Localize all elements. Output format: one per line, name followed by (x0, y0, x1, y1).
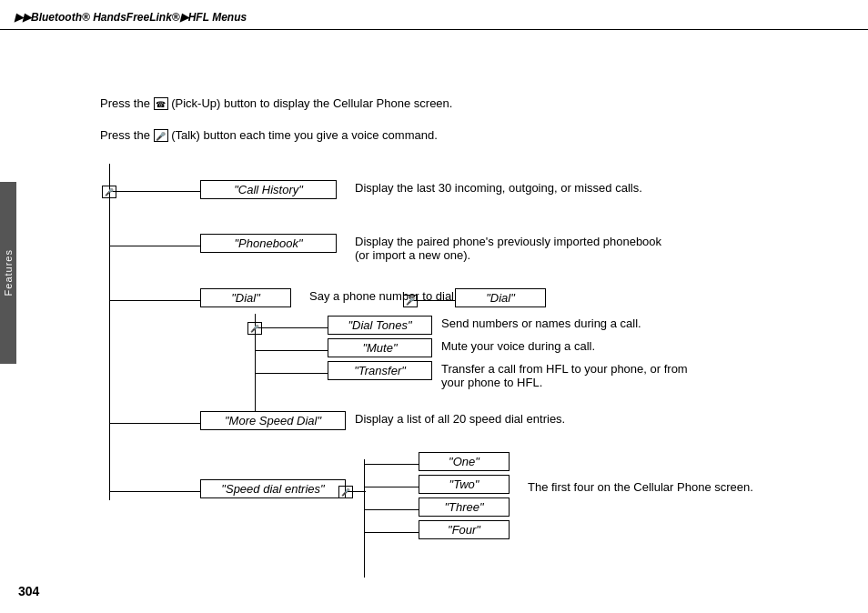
pickup-icon: ☎ (154, 97, 168, 110)
hline-callhistory (109, 191, 200, 192)
hline-phonebook (109, 246, 200, 246)
menu-dial-main: "Dial" (200, 288, 291, 307)
menu-phonebook: "Phonebook" (200, 234, 337, 253)
menu-speed-dial-entries: "Speed dial entries" (200, 479, 346, 498)
hline-sde (109, 491, 200, 492)
hline-dial-arrow2 (428, 300, 455, 301)
hline-msd (109, 423, 200, 424)
menu-mute: "Mute" (328, 338, 432, 357)
mic-icon-dialtones: 🎤 (247, 320, 262, 335)
sidebar-label-text: Features (3, 249, 14, 296)
desc-sde: The first four on the Cellular Phone scr… (528, 479, 753, 496)
desc-dial: Say a phone number to dial. (309, 288, 458, 305)
menu-call-history: "Call History" (200, 180, 337, 199)
menu-four: "Four" (419, 520, 510, 539)
hline-dial (109, 300, 200, 301)
desc-phonebook-2: (or import a new one). (355, 247, 470, 264)
mic-icon-callhistory: 🎤 (102, 184, 116, 198)
menu-dial-sub: "Dial" (455, 288, 546, 307)
intro-line1: Press the ☎ (Pick-Up) button to display … (100, 95, 452, 112)
menu-dial-tones: "Dial Tones" (328, 316, 432, 335)
hline-transfer (255, 373, 328, 374)
hline-two (364, 487, 419, 487)
desc-transfer-2: your phone to HFL. (441, 375, 542, 391)
sidebar-features: Features (0, 182, 16, 364)
hline-dialtones (255, 327, 328, 328)
sub-vline-sde (364, 459, 365, 578)
menu-three: "Three" (419, 497, 510, 517)
hline-sde-arrow (348, 491, 366, 492)
main-vline (109, 164, 110, 500)
breadcrumb: ▶▶Bluetooth® HandsFreeLink®▶HFL Menus (15, 11, 247, 24)
desc-mute: Mute your voice during a call. (441, 338, 595, 355)
mic-icon-dial: 🎤 (403, 293, 418, 307)
talk-icon: 🎤 (154, 129, 168, 142)
hline-mute (255, 350, 328, 351)
intro-line2: Press the 🎤 (Talk) button each time you … (100, 127, 438, 144)
diagram: Press the ☎ (Pick-Up) button to display … (55, 45, 855, 591)
desc-msd: Display a list of all 20 speed dial entr… (355, 411, 565, 427)
menu-more-speed-dial: "More Speed Dial" (200, 411, 346, 430)
hline-one (364, 464, 419, 465)
hline-three (364, 509, 419, 510)
desc-dial-tones: Send numbers or names during a call. (441, 316, 641, 332)
menu-transfer: "Transfer" (328, 361, 432, 380)
hline-four (364, 532, 419, 533)
top-divider (0, 29, 868, 30)
desc-call-history: Display the last 30 incoming, outgoing, … (355, 180, 642, 196)
menu-one: "One" (419, 452, 510, 471)
menu-two: "Two" (419, 475, 510, 494)
page-number: 304 (18, 584, 39, 598)
